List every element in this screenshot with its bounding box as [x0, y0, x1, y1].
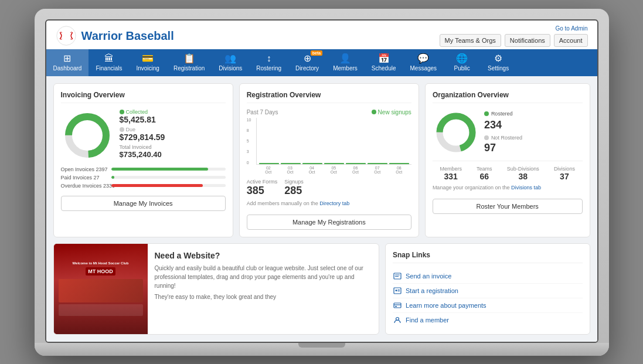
schedule-icon: 📅	[378, 54, 390, 63]
reg-header: Past 7 Days New signups	[247, 109, 411, 115]
laptop-base	[35, 343, 609, 356]
x-label-05: 05Oct	[324, 166, 343, 174]
my-teams-button[interactable]: My Teams & Orgs	[440, 34, 501, 47]
rostering-icon: ↕	[267, 54, 271, 63]
manage-registrations-button[interactable]: Manage My Registrations	[247, 215, 411, 230]
paid-invoices-fill	[111, 176, 115, 179]
nav-divisions[interactable]: 👥 Divisions	[212, 49, 249, 76]
divisions-value: 37	[554, 172, 575, 181]
manage-invoices-button[interactable]: Manage My Invoices	[61, 196, 226, 211]
financials-icon: 🏛	[104, 54, 114, 63]
invoicing-overview-card: Invoicing Overview	[53, 83, 233, 237]
overdue-invoices-bar	[111, 184, 226, 187]
registration-icon: 📋	[183, 54, 195, 63]
snap-links-title: Snap Links	[393, 251, 582, 263]
open-invoices-bar	[111, 168, 226, 171]
bar-02oct	[259, 163, 279, 164]
total-label: Total Invoiced	[120, 144, 226, 150]
invoicing-donut	[61, 109, 114, 162]
directory-icon: ⊕	[304, 54, 311, 63]
open-invoices-fill	[111, 168, 209, 171]
roster-members-button[interactable]: Roster Your Members	[433, 199, 583, 214]
due-value: $729,814.59	[120, 132, 226, 142]
beta-badge: beta	[311, 50, 322, 56]
snap-link-payments[interactable]: Learn more about payments	[393, 298, 582, 313]
signups-legend: New signups	[372, 109, 411, 115]
bar-07oct	[368, 163, 387, 164]
paid-invoices-row: Paid Invoices 27	[61, 175, 226, 181]
divisions-tab-link[interactable]: Divisions tab	[511, 185, 541, 190]
img-content	[59, 304, 143, 316]
go-to-admin-link[interactable]: Go to Admin	[555, 25, 587, 32]
nav-settings[interactable]: ⚙ Settings	[480, 49, 516, 76]
bar-08oct	[389, 163, 409, 164]
website-description2: They're easy to make, they look great an…	[155, 292, 372, 301]
snap-link-registration[interactable]: Start a registration	[393, 284, 582, 298]
teams-stat: Teams 66	[477, 166, 492, 181]
org-donut	[433, 109, 479, 156]
messages-icon: 💬	[417, 54, 429, 63]
not-rostered-dot	[484, 135, 489, 140]
bottom-row: Welcome to Mt Hood Soccer Club MT HOOD N…	[53, 243, 590, 335]
nav-bar: ⊞ Dashboard 🏛 Financials 💳 Invoicing 📋 R…	[46, 49, 597, 76]
registration-icon-snap	[393, 287, 402, 294]
svg-rect-14	[395, 306, 397, 307]
total-value: $735,240.40	[120, 150, 226, 159]
nav-invoicing-label: Invoicing	[136, 65, 159, 72]
bar-03oct	[281, 163, 301, 164]
overdue-invoices-label: Overdue Invoices 2330	[61, 183, 108, 189]
website-content: Need a Website? Quickly and easily build…	[148, 244, 379, 334]
snap-link-member-label: Find a member	[406, 317, 449, 324]
nav-public[interactable]: 🌐 Public	[444, 49, 480, 76]
x-label-03: 03Oct	[280, 166, 300, 174]
members-stat: Members 331	[440, 166, 462, 181]
nav-financials-label: Financials	[96, 65, 122, 72]
org-stats-grid: Members 331 Teams 66 Sub-Divisions 38	[433, 161, 583, 181]
org-body: Rostered 234 Not Rostered 97	[433, 109, 583, 156]
subdivisions-label: Sub-Divisions	[507, 166, 539, 172]
invoice-footer: Open Invoices 2397 Paid Invoices 27	[61, 166, 226, 189]
website-description: Quickly and easily build a beautiful clu…	[155, 264, 372, 290]
nav-rostering[interactable]: ↕ Rostering	[249, 49, 288, 76]
account-button[interactable]: Account	[554, 34, 588, 47]
divisions-stat: Divisions 37	[554, 166, 575, 181]
bar-chart-container: 10 8 5 3 0	[247, 118, 411, 175]
subdivisions-stat: Sub-Divisions 38	[507, 166, 539, 181]
overdue-invoices-fill	[111, 184, 203, 187]
divisions-icon: 👥	[224, 54, 236, 63]
img-banner	[59, 279, 143, 302]
nav-members[interactable]: 👤 Members	[326, 49, 365, 76]
nav-invoicing[interactable]: 💳 Invoicing	[129, 49, 166, 76]
nav-registration[interactable]: 📋 Registration	[166, 49, 212, 76]
signups-stat: Signups 285	[284, 179, 304, 197]
collected-value: $5,425.81	[120, 115, 226, 124]
bar-06oct	[346, 163, 366, 164]
snap-link-invoice[interactable]: Send an invoice	[393, 269, 582, 284]
reg-note: Add members manually on the Directory ta…	[247, 200, 411, 206]
notifications-button[interactable]: Notifications	[505, 34, 550, 47]
org-name: Warrior Baseball	[81, 29, 174, 43]
nav-members-label: Members	[333, 65, 358, 72]
bar-chart	[256, 118, 411, 165]
img-subtitle: MT HOOD	[86, 267, 115, 275]
active-forms-value: 385	[247, 185, 278, 197]
nav-messages[interactable]: 💬 Messages	[403, 49, 444, 76]
collected-label: Collected	[126, 109, 148, 115]
nav-dashboard[interactable]: ⊞ Dashboard	[46, 49, 89, 76]
members-icon: 👤	[339, 54, 351, 63]
collected-dot	[120, 110, 124, 114]
reg-stats: Active Forms 385 Signups 285	[247, 179, 411, 197]
open-invoices-label: Open Invoices 2397	[61, 166, 108, 172]
nav-dashboard-label: Dashboard	[53, 65, 82, 72]
nav-schedule-label: Schedule	[372, 65, 396, 72]
nav-settings-label: Settings	[488, 65, 509, 72]
settings-icon: ⚙	[494, 54, 502, 63]
nav-divisions-label: Divisions	[219, 65, 242, 72]
snap-link-member[interactable]: Find a member	[393, 313, 582, 327]
bar-05oct	[324, 163, 344, 164]
nav-directory[interactable]: beta ⊕ Directory	[288, 49, 326, 76]
nav-schedule[interactable]: 📅 Schedule	[365, 49, 403, 76]
active-forms-stat: Active Forms 385	[247, 179, 278, 197]
nav-financials[interactable]: 🏛 Financials	[89, 49, 129, 76]
directory-tab-link[interactable]: Directory tab	[319, 200, 349, 206]
